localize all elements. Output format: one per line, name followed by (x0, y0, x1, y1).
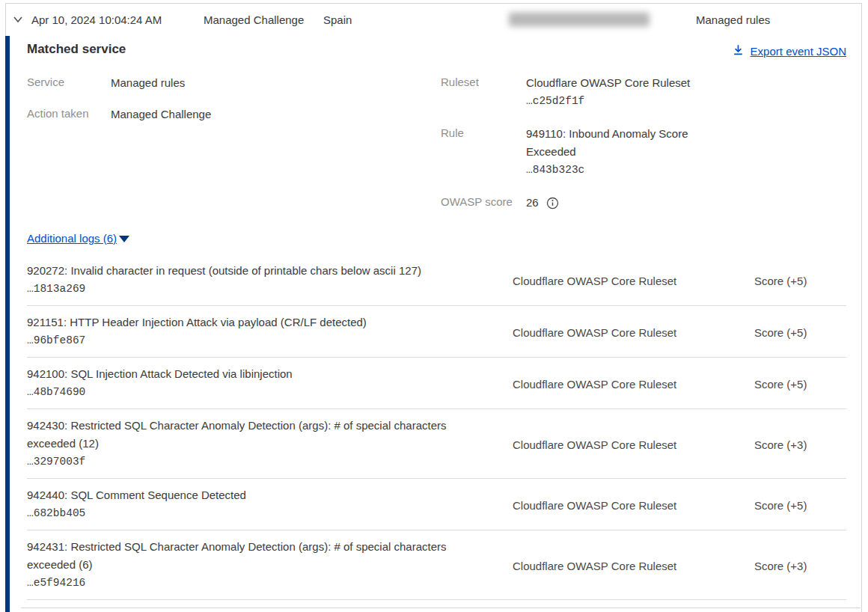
log-rule-description: 942430: Restricted SQL Character Anomaly… (27, 417, 465, 453)
log-description-block: 942430: Restricted SQL Character Anomaly… (27, 417, 465, 471)
log-score: Score (+5) (754, 377, 807, 390)
log-rule-description: 920272: Invalid character in request (ou… (27, 262, 465, 280)
service-value: Managed rules (111, 74, 185, 92)
log-rule-id: …3297003f (27, 453, 465, 471)
rule-id: …843b323c (526, 161, 706, 179)
log-rule-id: …e5f94216 (27, 574, 465, 592)
log-score: Score (+5) (754, 325, 807, 338)
log-rule-id: …48b74690 (27, 383, 465, 401)
event-header-row[interactable]: Apr 10, 2024 10:04:24 AM Managed Challen… (6, 3, 861, 36)
ruleset-label: Ruleset (441, 76, 479, 88)
owasp-score-value: 26 (526, 194, 539, 212)
log-rule-description: 942100: SQL Injection Attack Detected vi… (27, 365, 465, 383)
log-row: 920272: Invalid character in request (ou… (6, 254, 861, 306)
rule-name: 949110: Inbound Anomaly Score Exceeded (526, 125, 706, 161)
download-icon (732, 43, 745, 59)
log-ruleset: Cloudflare OWASP Core Ruleset (513, 377, 676, 390)
log-ruleset: Cloudflare OWASP Core Ruleset (513, 438, 676, 450)
ruleset-value-block: Cloudflare OWASP Core Ruleset …c25d2f1f (526, 74, 706, 110)
log-rule-id: …682bb405 (27, 504, 465, 522)
log-description-block: 942100: SQL Injection Attack Detected vi… (27, 365, 465, 401)
additional-logs-toggle[interactable]: Additional logs (6) (27, 232, 129, 245)
rule-value-block: 949110: Inbound Anomaly Score Exceeded …… (526, 125, 706, 179)
log-description-block: 920272: Invalid character in request (ou… (27, 262, 465, 298)
log-score: Score (+3) (754, 438, 807, 450)
log-rule-description: 942431: Restricted SQL Character Anomaly… (27, 538, 465, 574)
log-ruleset: Cloudflare OWASP Core Ruleset (513, 498, 676, 511)
action-taken-value: Managed Challenge (111, 105, 211, 123)
redacted-host-field (509, 13, 650, 27)
chevron-down-icon[interactable] (10, 12, 25, 27)
log-description-block: 921151: HTTP Header Injection Attack via… (27, 313, 465, 349)
event-action: Managed Challenge (204, 13, 304, 26)
owasp-score-label: OWASP score (441, 195, 513, 208)
additional-logs-label: Additional logs (6) (27, 232, 117, 245)
log-score: Score (+3) (754, 559, 807, 572)
log-row: 942430: Restricted SQL Character Anomaly… (6, 409, 861, 479)
event-country: Spain (323, 13, 352, 26)
log-row: 921151: HTTP Header Injection Attack via… (6, 306, 861, 358)
log-rule-description: 942440: SQL Comment Sequence Detected (27, 486, 465, 504)
export-event-json-link[interactable]: Export event JSON (732, 43, 846, 59)
service-label: Service (27, 76, 64, 88)
log-rule-description: 921151: HTTP Header Injection Attack via… (27, 313, 465, 331)
panel-right-border (861, 3, 862, 612)
log-row: 942431: Restricted SQL Character Anomaly… (6, 530, 861, 600)
event-timestamp: Apr 10, 2024 10:04:24 AM (31, 13, 162, 26)
log-row: 942100: SQL Injection Attack Detected vi… (6, 358, 861, 409)
event-service: Managed rules (696, 13, 770, 26)
log-ruleset: Cloudflare OWASP Core Ruleset (513, 559, 676, 572)
info-icon[interactable] (546, 197, 559, 209)
action-taken-label: Action taken (27, 107, 89, 120)
log-rule-id: …1813a269 (27, 280, 465, 298)
next-row-top-border (21, 608, 861, 608)
security-event-panel: Apr 10, 2024 10:04:24 AM Managed Challen… (0, 0, 868, 612)
log-rule-id: …96bfe867 (27, 331, 465, 349)
additional-logs-list: 920272: Invalid character in request (ou… (6, 254, 861, 600)
log-description-block: 942431: Restricted SQL Character Anomaly… (27, 538, 465, 592)
triangle-down-icon (119, 236, 129, 242)
matched-service-title: Matched service (27, 42, 126, 57)
ruleset-name: Cloudflare OWASP Core Ruleset (526, 74, 706, 92)
owasp-score-block: 26 (526, 194, 559, 212)
log-score: Score (+5) (754, 498, 807, 511)
export-event-json-label: Export event JSON (751, 45, 846, 58)
log-score: Score (+5) (754, 274, 807, 287)
log-description-block: 942440: SQL Comment Sequence Detected …6… (27, 486, 465, 522)
ruleset-id: …c25d2f1f (526, 92, 706, 110)
rule-label: Rule (441, 126, 464, 139)
log-ruleset: Cloudflare OWASP Core Ruleset (513, 274, 676, 287)
log-row: 942440: SQL Comment Sequence Detected …6… (6, 479, 861, 530)
log-ruleset: Cloudflare OWASP Core Ruleset (513, 325, 676, 338)
